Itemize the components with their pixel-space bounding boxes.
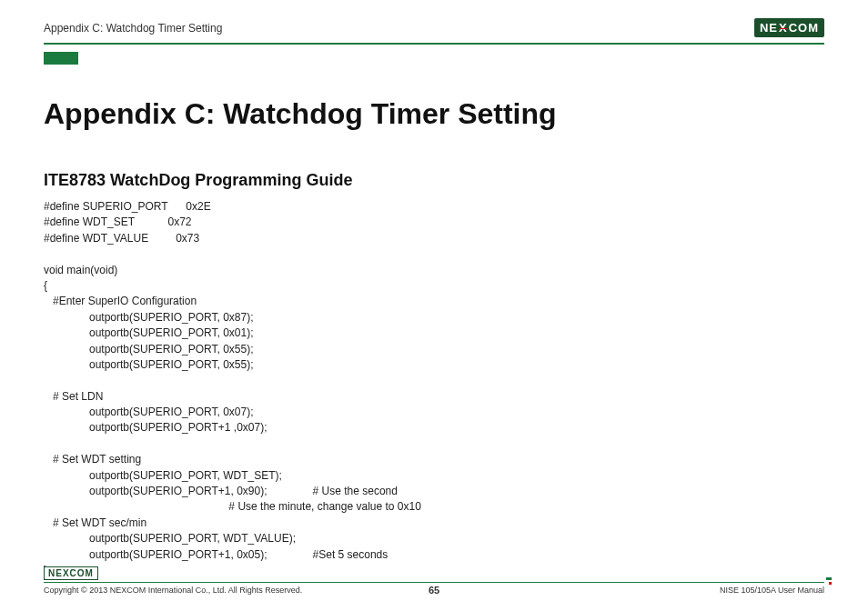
section-subtitle: ITE8783 WatchDog Programming Guide <box>44 171 824 190</box>
footer-logo-x: X <box>63 568 70 578</box>
footer-line: Copyright © 2013 NEXCOM International Co… <box>44 582 824 595</box>
footer-logo-row: NEXCOM <box>44 564 824 580</box>
footer-logo-right: COM <box>70 568 94 578</box>
logo-part-x: X <box>779 21 788 35</box>
logo-part-right: COM <box>789 21 819 35</box>
accent-block <box>44 52 78 65</box>
manual-reference: NISE 105/105A User Manual <box>720 586 824 595</box>
footer-nexcom-logo: NEXCOM <box>44 566 98 580</box>
page-title: Appendix C: Watchdog Timer Setting <box>44 97 824 131</box>
nexcom-logo: NEXCOM <box>754 18 824 37</box>
breadcrumb: Appendix C: Watchdog Timer Setting <box>44 22 222 35</box>
code-listing: #define SUPERIO_PORT 0x2E #define WDT_SE… <box>44 199 824 578</box>
copyright-text: Copyright © 2013 NEXCOM International Co… <box>44 586 302 595</box>
page-header: Appendix C: Watchdog Timer Setting NEXCO… <box>44 18 824 45</box>
page-footer: NEXCOM Copyright © 2013 NEXCOM Internati… <box>44 564 824 595</box>
logo-part-left: NE <box>760 21 778 35</box>
footer-logo-left: NE <box>48 568 63 578</box>
footer-corner-mark-icon <box>824 577 832 585</box>
page-number: 65 <box>429 585 439 596</box>
nexcom-logo-box: NEXCOM <box>754 18 824 37</box>
